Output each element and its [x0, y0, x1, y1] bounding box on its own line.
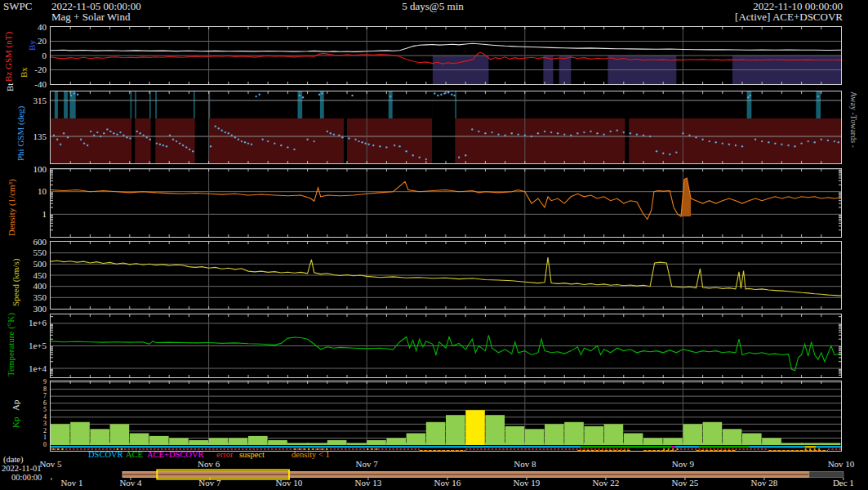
mag-ytick--40: -40 — [0, 80, 47, 89]
temperature-ytick-1e+4: 1e+4 — [0, 364, 47, 373]
source-strip-segment — [675, 446, 700, 448]
speed-ytick-400: 400 — [0, 282, 47, 291]
date-axis-caption: (date) — [3, 455, 23, 464]
kp-ytick-7: 7 — [0, 393, 47, 399]
swpc-solar-wind-plot: SWPC 2022-11-05 00:00:00 Mag + Solar Win… — [0, 0, 868, 490]
kp-bar — [505, 426, 525, 445]
kp-bar — [110, 424, 130, 445]
panel-phi — [50, 91, 842, 164]
kp-bar — [248, 436, 268, 445]
kp-bar — [446, 415, 465, 445]
panel-speed — [50, 241, 842, 310]
temperature-ytick-1e+5: 1e+5 — [0, 341, 47, 350]
kp-bar — [70, 422, 90, 445]
source-strip-segment — [700, 446, 750, 448]
source-strip-segment — [749, 446, 805, 448]
mag-ytick-0: 0 — [0, 51, 47, 60]
kp-bar — [821, 443, 841, 445]
speed-ytick-300: 300 — [0, 305, 47, 314]
month-axis-start-time: 00:00:00 — [11, 473, 42, 482]
kp-bar — [367, 440, 386, 445]
kp-bar — [287, 443, 307, 445]
kp-bar — [604, 424, 624, 445]
month-label-4: Nov 13 — [355, 479, 382, 488]
kp-bar — [308, 443, 327, 445]
kp-bar — [268, 440, 287, 445]
away-towards-label: Away -Towards - — [849, 91, 858, 148]
kp-bar — [407, 434, 426, 446]
kp-bar — [624, 434, 643, 446]
speed-ytick-600: 600 — [0, 238, 47, 247]
kp-ytick-5: 5 — [0, 407, 47, 413]
kp-bar — [525, 429, 545, 445]
kp-ytick-8: 8 — [0, 386, 47, 393]
panel-kp — [50, 381, 842, 452]
kp-bar — [545, 424, 564, 445]
month-label-3: Nov 10 — [276, 479, 303, 488]
kp-bar — [643, 438, 663, 445]
temperature-line — [51, 335, 841, 370]
plot-resolution: 5 days@5 min — [359, 1, 506, 11]
density-ytick-10: 10 — [0, 187, 47, 196]
kp-ytick-0: 0 — [0, 442, 47, 448]
bt-line — [51, 43, 841, 51]
kp-bar — [564, 422, 584, 445]
kp-bar — [347, 443, 367, 445]
kp-bar — [327, 440, 347, 445]
month-label-0: Nov 1 — [60, 479, 82, 488]
temperature-ytick-1e+6: 1e+6 — [0, 318, 47, 327]
mag-ytick--20: -20 — [0, 65, 47, 74]
kp-bar — [386, 438, 406, 445]
panel-mag — [50, 26, 842, 85]
source-strip-segment — [805, 446, 817, 448]
panel-temperature — [50, 314, 842, 378]
month-label-5: Nov 16 — [434, 479, 461, 488]
kp-bar — [584, 426, 603, 445]
speed-ytick-450: 450 — [0, 271, 47, 280]
kp-bar — [802, 443, 821, 445]
kp-bar — [426, 422, 446, 445]
kp-ytick-9: 9 — [0, 379, 47, 385]
kp-bar — [663, 438, 683, 445]
kp-bar — [683, 424, 702, 445]
kp-bar — [742, 434, 762, 446]
kp-ytick-1: 1 — [0, 434, 47, 441]
kp-bar — [723, 429, 742, 445]
kp-bar — [703, 422, 723, 445]
phi-ytick-315: 315 — [0, 96, 47, 105]
month-axis-start-date: 2022-11-01 — [2, 464, 42, 473]
density-line — [51, 178, 841, 220]
data-source-status: [Active] ACE+DSCOVR — [735, 11, 843, 22]
speed-ytick-500: 500 — [0, 260, 47, 269]
speed-ytick-550: 550 — [0, 248, 47, 257]
kp-bar — [189, 440, 208, 445]
kp-bar — [485, 415, 505, 445]
kp-bar — [762, 438, 781, 445]
phi-ytick-135: 135 — [0, 132, 47, 141]
plot-subtitle: Mag + Solar Wind — [51, 11, 130, 22]
kp-bar — [465, 410, 485, 445]
mag-ytick-20: 20 — [0, 37, 47, 46]
kp-bar — [169, 438, 189, 445]
source-strip-segment — [51, 446, 581, 448]
kp-ytick-3: 3 — [0, 421, 47, 427]
kp-bar — [149, 436, 169, 445]
panel-density — [50, 168, 842, 238]
speed-line — [51, 257, 841, 296]
month-label-10: Dec 1 — [833, 479, 854, 488]
kp-bar — [781, 443, 801, 445]
five-day-axis — [0, 454, 868, 462]
source-strip-segment — [816, 446, 841, 448]
source-strip-segment — [672, 446, 675, 448]
kp-ytick-2: 2 — [0, 428, 47, 434]
mag-ytick-40: 40 — [0, 23, 47, 32]
density-ytick-100: 100 — [0, 165, 47, 174]
kp-ytick-6: 6 — [0, 400, 47, 407]
kp-ytick-4: 4 — [0, 414, 47, 421]
kp-bar — [229, 438, 248, 445]
agency-logo-text: SWPC — [3, 1, 32, 11]
density-ytick-1: 1 — [0, 210, 47, 219]
month-bar-future-range — [809, 472, 844, 478]
month-label-6: Nov 19 — [514, 479, 541, 488]
kp-bar — [51, 424, 70, 445]
